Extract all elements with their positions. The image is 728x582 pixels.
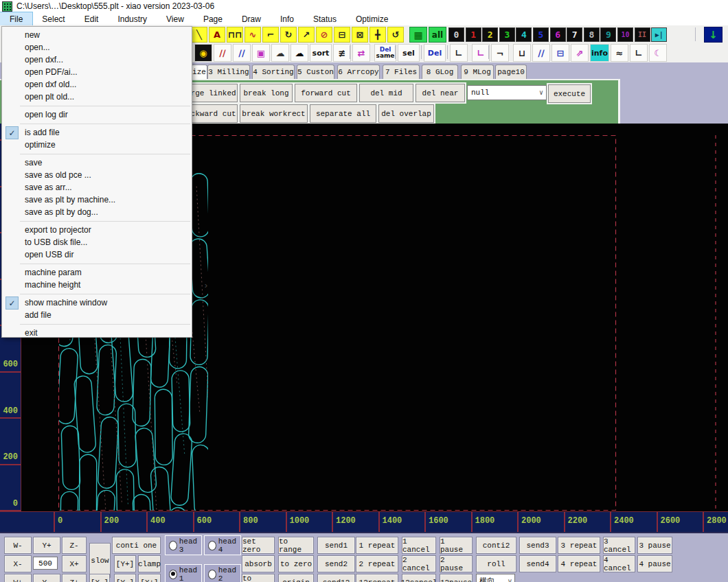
- to-zero-button[interactable]: to zero: [278, 555, 314, 572]
- menu-item-save-as-plt-by-machine[interactable]: save as plt by machine...: [2, 194, 214, 206]
- curve-edit-icon[interactable]: ∿: [244, 27, 261, 43]
- stack-box-icon[interactable]: ⊟: [551, 44, 569, 62]
- slash-blue-icon[interactable]: ∕∕: [532, 44, 550, 62]
- del-same-button[interactable]: Delsame: [374, 44, 396, 62]
- corner-icon[interactable]: ⌐: [262, 27, 279, 43]
- 12repeat-button[interactable]: 12repeat: [356, 574, 398, 582]
- parallel-lines-icon[interactable]: ∕∕: [214, 44, 231, 62]
- menu-item-open-dxf[interactable]: open dxf...: [2, 54, 214, 66]
- jog-x-button[interactable]: X-: [4, 555, 32, 572]
- 2-pause-button[interactable]: 2 pause: [440, 555, 473, 572]
- execute-button[interactable]: execute: [548, 84, 591, 103]
- menu-item-is-add-file[interactable]: ✓is add file: [2, 126, 214, 139]
- jog-w-button[interactable]: W-: [4, 537, 32, 554]
- menu-file[interactable]: File: [0, 12, 32, 25]
- roll-button[interactable]: roll: [476, 555, 516, 572]
- menu-item-save-as-arr[interactable]: save as arr...: [2, 181, 214, 194]
- command-dropdown[interactable]: null∨: [467, 85, 547, 100]
- menu-status[interactable]: Status: [304, 12, 346, 25]
- menu-item-machine-height[interactable]: machine height›: [2, 279, 214, 291]
- 2-repeat-button[interactable]: 2 repeat: [356, 555, 398, 572]
- blocks-icon[interactable]: ▦: [409, 27, 427, 43]
- menu-item-save-as-old-pce[interactable]: save as old pce ...: [2, 169, 214, 181]
- box-corner-icon[interactable]: ⊠: [352, 27, 368, 43]
- box-out-icon[interactable]: ⊟: [334, 27, 350, 43]
- slow-button[interactable]: slow: [89, 543, 111, 578]
- del-overlap-button[interactable]: del overlap: [378, 104, 434, 123]
- to-range-button[interactable]: to range: [278, 537, 314, 554]
- cut-lines-icon[interactable]: ⊘: [316, 27, 332, 43]
- head-selector-head-3[interactable]: head 3: [165, 535, 202, 555]
- layer-button-3[interactable]: 3: [499, 27, 515, 42]
- orientation-dropdown[interactable]: 横向∨: [476, 574, 515, 582]
- tab-page10[interactable]: page10: [495, 65, 527, 79]
- layer-button-9[interactable]: 9: [600, 27, 616, 42]
- layer-button-0[interactable]: 0: [448, 27, 464, 42]
- menu-item-machine-param[interactable]: machine param: [2, 266, 214, 279]
- block-net-icon[interactable]: ▣: [252, 44, 270, 62]
- radio-head-1[interactable]: [169, 570, 177, 579]
- menu-item-open-plt-old[interactable]: open plt old...: [2, 91, 214, 103]
- parallel-arrow-icon[interactable]: ∕∕: [233, 44, 251, 62]
- lines-arrow-icon[interactable]: ≢: [333, 44, 351, 62]
- to-laser-button[interactable]: to laser: [242, 574, 275, 582]
- send2-button[interactable]: send2: [317, 555, 355, 572]
- download-icon[interactable]: ↓: [704, 27, 723, 43]
- sort-button[interactable]: sort: [310, 44, 332, 62]
- round-corner-icon[interactable]: ¬: [491, 44, 509, 62]
- x-button[interactable]: [X-]: [89, 574, 110, 582]
- separate-all-button[interactable]: separate all: [310, 104, 376, 123]
- absorb-button[interactable]: absorb: [242, 555, 275, 572]
- jog-z-button[interactable]: Z+: [62, 574, 87, 582]
- radio-head-4[interactable]: [208, 541, 216, 550]
- radio-head-2[interactable]: [208, 570, 216, 579]
- swap-arrows-icon[interactable]: ⇄: [352, 44, 370, 62]
- layer-button-4[interactable]: 4: [516, 27, 532, 42]
- menu-page[interactable]: Page: [194, 12, 232, 25]
- layer-button-7[interactable]: 7: [567, 27, 582, 42]
- head-selector-head-4[interactable]: head 4: [204, 535, 241, 555]
- menu-item-open[interactable]: open...: [2, 41, 214, 54]
- layer-button-6[interactable]: 6: [550, 27, 566, 42]
- 4-pause-button[interactable]: 4 pause: [637, 555, 672, 572]
- layer-button-2[interactable]: 2: [482, 27, 498, 42]
- menu-industry[interactable]: Industry: [108, 12, 157, 25]
- y-button[interactable]: [Y+]: [114, 555, 136, 572]
- forward-cut-button[interactable]: forward cut: [295, 84, 357, 102]
- tab-7-files[interactable]: 7 Files: [383, 65, 420, 79]
- menu-item-exit[interactable]: exit: [2, 327, 214, 339]
- x-button[interactable]: [X+]: [138, 574, 161, 582]
- box-move-icon[interactable]: ╋: [369, 27, 386, 43]
- tab-6-arrcopy[interactable]: 6 Arrcopy: [337, 65, 380, 79]
- set-zero-button[interactable]: set zero: [242, 537, 275, 554]
- layer-button-5[interactable]: 5: [533, 27, 549, 42]
- jog-z-button[interactable]: Z-: [62, 537, 87, 554]
- menu-item-export-to-projector[interactable]: export to projector: [2, 224, 214, 236]
- layer-button-10[interactable]: 10: [617, 27, 633, 42]
- head-selector-head-1[interactable]: head 1: [165, 564, 202, 582]
- square-wave-icon[interactable]: ⊓⊓: [227, 27, 243, 43]
- menu-item-open-dxf-old[interactable]: open dxf old...: [2, 78, 214, 91]
- del-button[interactable]: Del: [424, 44, 446, 62]
- jog-x-button[interactable]: X+: [62, 555, 87, 572]
- menu-item-save[interactable]: save: [2, 156, 214, 169]
- break-long-button[interactable]: break long: [240, 84, 293, 102]
- menu-item-optimize[interactable]: optimize: [2, 139, 214, 151]
- head-selector-head-2[interactable]: head 2: [204, 564, 241, 582]
- 3-pause-button[interactable]: 3 pause: [637, 537, 672, 554]
- send12-button[interactable]: send12: [317, 574, 355, 582]
- jog-y-button[interactable]: Y-: [33, 574, 60, 582]
- menu-info[interactable]: Info: [271, 12, 304, 25]
- all-layers-button[interactable]: all: [429, 27, 446, 43]
- y-button[interactable]: [Y-]: [114, 574, 136, 582]
- 3-cancel-button[interactable]: 3 cancel: [603, 537, 635, 554]
- info-button[interactable]: info: [590, 44, 609, 62]
- 1-cancel-button[interactable]: 1 cancel: [402, 537, 436, 554]
- origin-button[interactable]: origin: [278, 574, 314, 582]
- 4-cancel-button[interactable]: 4 cancel: [603, 555, 635, 572]
- 3-repeat-button[interactable]: 3 repeat: [558, 537, 600, 554]
- wave-arrow-icon[interactable]: ≈: [611, 44, 628, 62]
- corner-l-icon[interactable]: ∟: [630, 44, 648, 62]
- menu-view[interactable]: View: [157, 12, 194, 25]
- menu-edit[interactable]: Edit: [75, 12, 109, 25]
